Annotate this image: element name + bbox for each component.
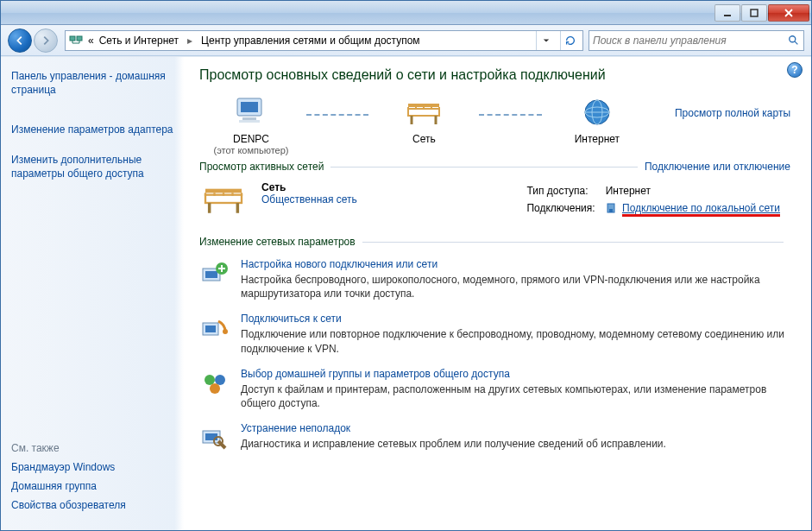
connections-label: Подключения: — [526, 200, 603, 218]
task-connect-network: Подключиться к сети Подключение или повт… — [199, 313, 790, 355]
svg-rect-6 — [241, 102, 258, 112]
task-link[interactable]: Устранение неполадок — [241, 422, 350, 434]
svg-rect-10 — [408, 109, 439, 116]
map-connection-line — [479, 114, 541, 116]
help-icon[interactable]: ? — [787, 62, 803, 78]
bench-icon — [403, 95, 444, 130]
page-title: Просмотр основных сведений о сети и наст… — [199, 67, 790, 83]
task-homegroup: Выбор домашней группы и параметров общег… — [199, 368, 790, 410]
troubleshoot-icon — [199, 422, 230, 453]
local-area-connection-link[interactable]: Подключение по локальной сети — [622, 202, 780, 214]
breadcrumb-item[interactable]: Центр управления сетями и общим доступом — [201, 35, 420, 47]
ethernet-icon — [606, 202, 616, 217]
map-this-computer: DENPC (этот компьютер) — [199, 95, 303, 155]
task-new-connection: Настройка нового подключения или сети На… — [199, 258, 790, 300]
svg-point-24 — [205, 375, 215, 385]
svg-rect-17 — [609, 209, 613, 212]
map-node-sublabel: (этот компьютер) — [199, 145, 303, 155]
task-troubleshoot: Устранение неполадок Диагностика и испра… — [199, 422, 790, 453]
search-input[interactable] — [593, 35, 788, 47]
access-type-value: Интернет — [606, 183, 789, 199]
svg-rect-2 — [70, 36, 75, 41]
bench-icon — [199, 181, 248, 216]
titlebar — [1, 1, 811, 25]
task-link[interactable]: Настройка нового подключения или сети — [241, 258, 437, 270]
maximize-button[interactable] — [741, 4, 767, 22]
full-map-link[interactable]: Просмотр полной карты — [675, 107, 790, 119]
breadcrumb-separator: ▸ — [187, 35, 192, 47]
task-description: Настройка беспроводного, широкополосного… — [241, 273, 790, 300]
svg-rect-15 — [205, 194, 242, 202]
breadcrumb-item[interactable]: Сеть и Интернет — [99, 35, 179, 47]
sidebar-home-link[interactable]: Панель управления - домашняя страница — [11, 69, 173, 97]
search-icon — [788, 35, 800, 47]
new-connection-icon — [199, 258, 230, 289]
section-active-networks: Просмотр активных сетей — [199, 161, 324, 173]
see-also-homegroup[interactable]: Домашняя группа — [11, 480, 173, 492]
search-box[interactable] — [589, 30, 804, 51]
map-internet: Интернет — [545, 95, 649, 155]
refresh-button[interactable] — [560, 31, 579, 50]
svg-point-23 — [223, 329, 228, 334]
forward-button[interactable] — [34, 28, 58, 53]
main-panel: ? Просмотр основных сведений о сети и на… — [184, 57, 811, 530]
homegroup-icon — [199, 368, 230, 399]
task-description: Доступ к файлам и принтерам, расположенн… — [241, 382, 790, 410]
svg-rect-9 — [408, 104, 439, 107]
svg-rect-14 — [205, 188, 242, 193]
sidebar-link-advanced-sharing[interactable]: Изменить дополнительные параметры общего… — [11, 153, 173, 180]
svg-rect-0 — [724, 15, 731, 16]
sidebar: Панель управления - домашняя страница Из… — [1, 57, 184, 530]
map-node-label: DENPC — [199, 133, 303, 145]
see-also-firewall[interactable]: Брандмауэр Windows — [11, 461, 173, 473]
svg-rect-1 — [751, 9, 758, 16]
map-network: Сеть — [372, 95, 475, 155]
task-description: Подключение или повторное подключение к … — [241, 327, 790, 355]
svg-rect-3 — [77, 36, 82, 41]
see-also-internet-options[interactable]: Свойства обозревателя — [11, 499, 173, 511]
back-button[interactable] — [8, 28, 32, 53]
svg-point-26 — [210, 383, 220, 394]
network-type-link[interactable]: Общественная сеть — [261, 193, 357, 205]
svg-rect-7 — [242, 117, 256, 120]
breadcrumb-prefix[interactable]: « — [88, 35, 94, 47]
section-network-settings: Изменение сетевых параметров — [199, 236, 356, 248]
task-description: Диагностика и исправление сетевых пробле… — [241, 437, 666, 451]
sidebar-link-adapter-settings[interactable]: Изменение параметров адаптера — [11, 123, 173, 136]
map-node-label: Интернет — [545, 133, 649, 145]
map-connection-line — [306, 114, 368, 116]
address-dropdown[interactable] — [536, 31, 555, 50]
access-type-label: Тип доступа: — [526, 183, 603, 199]
map-node-label: Сеть — [372, 133, 475, 145]
svg-rect-19 — [205, 271, 217, 278]
see-also-title: См. также — [11, 442, 173, 454]
globe-icon — [576, 95, 618, 130]
address-bar[interactable]: « Сеть и Интернет ▸ Центр управления сет… — [65, 30, 583, 51]
task-link[interactable]: Подключиться к сети — [241, 313, 342, 325]
network-center-icon — [69, 34, 83, 47]
svg-point-25 — [215, 375, 225, 385]
svg-point-4 — [790, 35, 796, 41]
svg-rect-22 — [205, 326, 216, 332]
task-link[interactable]: Выбор домашней группы и параметров общег… — [241, 368, 510, 380]
connect-disconnect-link[interactable]: Подключение или отключение — [645, 161, 790, 173]
connect-network-icon — [199, 313, 230, 344]
close-button[interactable] — [768, 4, 809, 22]
minimize-button[interactable] — [714, 4, 740, 22]
svg-rect-8 — [239, 120, 260, 123]
address-row: « Сеть и Интернет ▸ Центр управления сет… — [1, 25, 811, 56]
computer-icon — [230, 95, 272, 130]
network-name: Сеть — [261, 181, 357, 193]
